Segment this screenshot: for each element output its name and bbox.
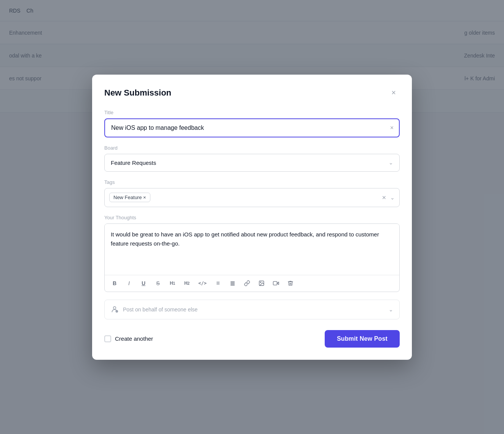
behalf-text: Post on behalf of someone else: [123, 306, 389, 313]
svg-marker-2: [277, 282, 279, 285]
thoughts-textarea[interactable]: It would be great to have an iOS app to …: [105, 224, 399, 273]
toolbar-h2-button[interactable]: H2: [183, 280, 191, 287]
toolbar-ordered-list-button[interactable]: ≣: [229, 279, 236, 288]
create-another-label[interactable]: Create another: [104, 335, 153, 342]
svg-point-1: [260, 282, 261, 283]
title-input-wrapper: ×: [104, 118, 400, 137]
toolbar-video-button[interactable]: [272, 279, 280, 287]
tags-input[interactable]: New Feature × ✕ ⌄: [104, 188, 400, 207]
tags-chevron-icon[interactable]: ⌄: [390, 195, 395, 201]
modal-footer: Create another Submit New Post: [104, 330, 400, 348]
title-clear-button[interactable]: ×: [385, 124, 399, 131]
svg-rect-3: [273, 281, 277, 285]
toolbar-italic-button[interactable]: I: [125, 279, 133, 287]
board-field-group: Board Feature Requests ⌄: [104, 145, 400, 172]
tags-field-group: Tags New Feature × ✕ ⌄: [104, 179, 400, 207]
toolbar-bold-button[interactable]: B: [111, 279, 118, 287]
svg-point-4: [113, 306, 116, 309]
board-select-value: Feature Requests: [111, 160, 156, 166]
thoughts-toolbar: B I U S H1 H2 </> ≡ ≣: [105, 275, 399, 292]
create-another-checkbox[interactable]: [104, 335, 111, 342]
toolbar-link-button[interactable]: [243, 279, 251, 287]
toolbar-strikethrough-button[interactable]: S: [154, 279, 162, 287]
toolbar-erase-button[interactable]: [287, 279, 294, 287]
behalf-section[interactable]: Post on behalf of someone else ⌄: [104, 300, 400, 319]
title-input[interactable]: [105, 119, 385, 137]
toolbar-code-button[interactable]: </>: [198, 280, 207, 287]
modal-header: New Submission ×: [104, 87, 400, 99]
tags-clear-icon[interactable]: ✕: [382, 195, 386, 201]
toolbar-underline-button[interactable]: U: [140, 279, 147, 287]
board-label: Board: [104, 145, 400, 151]
tag-chip-new-feature: New Feature ×: [109, 193, 150, 202]
board-select[interactable]: Feature Requests ⌄: [104, 154, 400, 172]
tags-label: Tags: [104, 179, 400, 185]
thoughts-label: Your Thoughts: [104, 215, 400, 220]
modal-dialog: New Submission × Title × Board Feature R…: [92, 75, 412, 360]
modal-close-button[interactable]: ×: [388, 87, 400, 99]
thoughts-container: It would be great to have an iOS app to …: [104, 223, 400, 292]
toolbar-image-button[interactable]: [258, 279, 265, 287]
modal-title: New Submission: [104, 88, 171, 98]
tag-chip-label: New Feature ×: [113, 195, 146, 200]
behalf-chevron-icon: ⌄: [389, 306, 393, 313]
behalf-person-icon: [111, 305, 119, 314]
create-another-text: Create another: [115, 335, 153, 342]
modal-overlay: New Submission × Title × Board Feature R…: [0, 0, 504, 434]
toolbar-bullet-list-button[interactable]: ≡: [214, 279, 222, 287]
submit-new-post-button[interactable]: Submit New Post: [325, 330, 400, 348]
title-label: Title: [104, 110, 400, 115]
title-field-group: Title ×: [104, 110, 400, 137]
board-chevron-icon: ⌄: [389, 160, 393, 166]
toolbar-h1-button[interactable]: H1: [169, 280, 176, 287]
thoughts-field-group: Your Thoughts It would be great to have …: [104, 215, 400, 292]
tags-actions: ✕ ⌄: [382, 195, 395, 201]
